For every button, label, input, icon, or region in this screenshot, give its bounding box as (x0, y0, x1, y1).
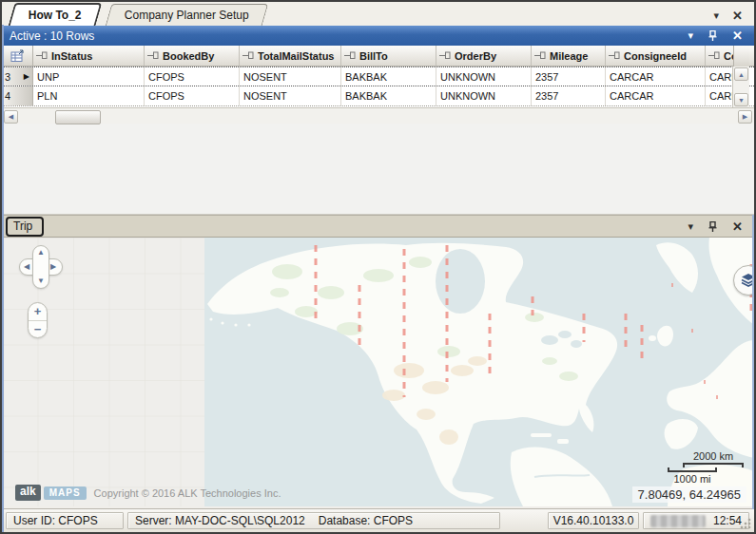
app-window: How To_2 Company Planner Setup ▾ ✕ Activ… (0, 0, 756, 534)
column-header-bookedby[interactable]: BookedBy (145, 46, 240, 66)
cell-consigneeid[interactable]: CARCAR (606, 67, 706, 86)
cursor-coordinates: 7.80469, 64.24965 (632, 486, 746, 503)
map-canvas[interactable] (2, 238, 754, 506)
row-number: 4 (5, 90, 10, 102)
grid-vertical-scrollbar[interactable]: ▲ ▼ (732, 67, 749, 107)
column-pin-icon[interactable] (147, 51, 159, 60)
column-header-label: OrderBy (455, 50, 496, 62)
zoom-in-button[interactable]: + (29, 303, 47, 321)
table-row[interactable]: 4PLNCFOPSNOSENTBAKBAKUNKNOWN2357CARCARCA… (2, 86, 754, 106)
column-header-billto[interactable]: BillTo (341, 46, 436, 66)
column-header-consigneeid[interactable]: ConsigneeId (606, 46, 706, 66)
scale-mi-label: 1000 mi (668, 473, 717, 485)
grid-scroll-corner (733, 46, 749, 67)
column-header-instatus[interactable]: InStatus (33, 46, 145, 66)
map-scale: 2000 km 1000 mi (668, 450, 749, 485)
pan-right-icon[interactable]: ▶ (50, 263, 56, 271)
column-header-label: TotalMailStatus (258, 50, 334, 62)
cell-billto[interactable]: BAKBAK (341, 67, 436, 86)
status-time: 12:54 (713, 514, 742, 527)
status-user-id: User ID: CFOPS (13, 514, 98, 527)
tab-label: How To_2 (29, 9, 82, 22)
trip-menu-chevron-down-icon[interactable]: ▾ (688, 221, 694, 232)
column-header-label: InStatus (51, 50, 92, 62)
copyright-text: Copyright © 2016 ALK Technologies Inc. (94, 487, 281, 499)
column-header-orderby[interactable]: OrderBy (436, 46, 532, 66)
tab-close-icon[interactable]: ✕ (732, 10, 743, 22)
column-pin-icon[interactable] (534, 51, 546, 60)
select-all-icon (10, 49, 25, 63)
row-number: 3 (5, 71, 10, 83)
tab-bar: How To_2 Company Planner Setup ▾ ✕ (2, 2, 754, 27)
column-pin-icon[interactable] (242, 51, 254, 60)
column-header-label: BillTo (359, 50, 388, 62)
cell-mileage[interactable]: 2357 (532, 86, 606, 105)
column-header-totalmailstatus[interactable]: TotalMailStatus (240, 46, 341, 66)
column-header-mileage[interactable]: Mileage (532, 46, 606, 66)
dock-edge-left (2, 25, 4, 532)
cell-instatus[interactable]: PLN (33, 86, 145, 105)
cell-billto[interactable]: BAKBAK (341, 86, 436, 105)
tab-label: Company Planner Setup (125, 9, 249, 22)
dock-edge-right (752, 215, 754, 509)
scale-km-label: 2000 km (683, 450, 744, 462)
active-panel-caption[interactable]: Active : 10 Rows ▾ ✕ (2, 26, 754, 46)
column-pin-icon[interactable] (344, 51, 356, 60)
tab-list-chevron-down-icon[interactable]: ▾ (714, 10, 720, 21)
panel-close-icon[interactable]: ✕ (732, 29, 743, 42)
column-header-label: BookedBy (163, 50, 214, 62)
column-header-label: ConsigneeId (624, 50, 687, 62)
maps-logo: MAPS (44, 486, 87, 500)
active-panel-title: Active : 10 Rows (10, 29, 688, 43)
tab-how-to-2[interactable]: How To_2 (9, 3, 103, 26)
column-pin-icon[interactable] (36, 51, 48, 60)
pan-down-icon[interactable]: ▼ (37, 277, 45, 285)
column-pin-icon[interactable] (609, 51, 620, 60)
trip-panel-caption[interactable]: Trip ▾ ✕ (2, 215, 754, 238)
grid-horizontal-scrollbar[interactable]: ◀ ▶ (2, 107, 754, 124)
zoom-out-button[interactable]: − (29, 321, 47, 338)
scroll-down-icon[interactable]: ▼ (734, 93, 748, 106)
alk-logo: alk (15, 485, 41, 501)
cell-orderby[interactable]: UNKNOWN (436, 86, 532, 105)
trip-auto-hide-pin-icon[interactable] (708, 221, 717, 232)
scroll-right-icon[interactable]: ▶ (738, 110, 752, 124)
auto-hide-pin-icon[interactable] (708, 30, 717, 41)
scroll-up-icon[interactable]: ▲ (734, 67, 748, 81)
orders-grid: InStatusBookedByTotalMailStatusBillToOrd… (2, 46, 754, 124)
pan-up-icon[interactable]: ▲ (37, 249, 45, 257)
resize-grip[interactable] (740, 518, 751, 529)
cell-instatus[interactable]: UNP (33, 67, 145, 86)
cell-mileage[interactable]: 2357 (532, 67, 606, 86)
row-header[interactable]: 4 (2, 86, 33, 105)
trip-panel-title: Trip (6, 217, 44, 237)
select-all-corner[interactable] (2, 46, 33, 66)
grid-rows: 3▶UNPCFOPSNOSENTBAKBAKUNKNOWN2357CARCARC… (2, 67, 754, 106)
cell-totalmailstatus[interactable]: NOSENT (240, 86, 341, 105)
map-pan-control[interactable]: ▲ ▼ ◀ ▶ (19, 245, 63, 289)
trip-close-icon[interactable]: ✕ (732, 220, 743, 233)
cell-bookedby[interactable]: CFOPS (145, 86, 240, 105)
table-row[interactable]: 3▶UNPCFOPSNOSENTBAKBAKUNKNOWN2357CARCARC… (2, 67, 754, 86)
trip-map[interactable]: ▲ ▼ ◀ ▶ + − 2000 km 1000 mi alk MAPS Cop… (2, 238, 754, 506)
cell-consigneeid[interactable]: CARCAR (606, 86, 706, 105)
row-header[interactable]: 3▶ (2, 67, 33, 86)
current-row-arrow-icon: ▶ (24, 72, 29, 81)
pan-left-icon[interactable]: ◀ (24, 263, 29, 271)
column-header-label: Mileage (550, 50, 588, 62)
status-database: Database: CFOPS (319, 514, 413, 527)
tab-company-planner-setup[interactable]: Company Planner Setup (105, 4, 267, 26)
scroll-left-icon[interactable]: ◀ (4, 110, 18, 124)
cell-totalmailstatus[interactable]: NOSENT (240, 67, 341, 86)
cell-orderby[interactable]: UNKNOWN (436, 67, 532, 86)
horizontal-scroll-thumb[interactable] (55, 110, 101, 124)
column-pin-icon[interactable] (708, 51, 720, 60)
empty-dock-area (2, 124, 754, 215)
panel-menu-chevron-down-icon[interactable]: ▾ (688, 30, 694, 41)
status-server: Server: MAY-DOC-SQL\SQL2012 (135, 514, 305, 527)
map-zoom-control[interactable]: + − (28, 302, 48, 338)
column-pin-icon[interactable] (439, 51, 451, 60)
redacted-text (650, 515, 706, 527)
cell-bookedby[interactable]: CFOPS (145, 67, 240, 86)
status-bar: User ID: CFOPS Server: MAY-DOC-SQL\SQL20… (2, 508, 754, 532)
